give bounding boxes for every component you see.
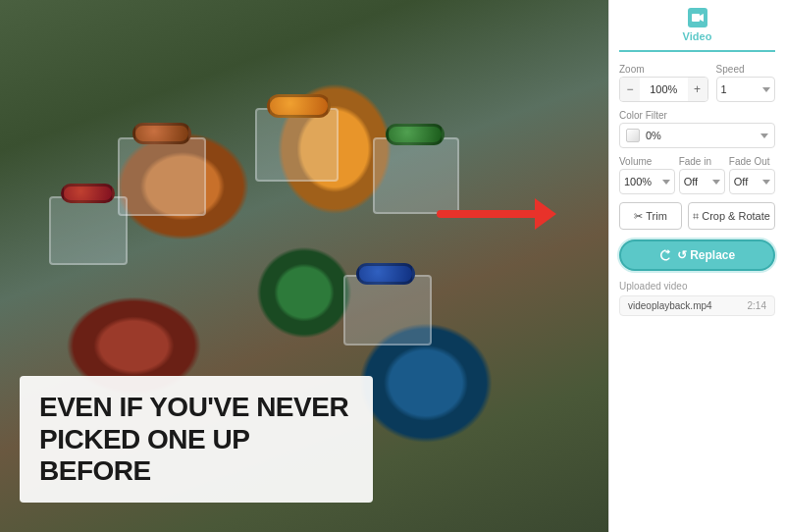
- trim-icon: ✂: [634, 210, 643, 223]
- svg-marker-1: [700, 14, 704, 22]
- color-filter-input[interactable]: 0%: [619, 123, 775, 148]
- video-tab-icon: [688, 8, 707, 27]
- trim-button[interactable]: ✂ Trim: [619, 202, 682, 230]
- arrow-head: [535, 198, 556, 230]
- volume-group: Volume 100% 75% 50% 25% 0%: [619, 156, 675, 194]
- cap-orange: [267, 94, 331, 118]
- svg-rect-0: [692, 14, 700, 22]
- video-tab-label: Video: [683, 30, 712, 42]
- fade-out-select[interactable]: Off On: [729, 169, 775, 194]
- zoom-label: Zoom: [619, 64, 708, 75]
- cap-red: [61, 184, 115, 203]
- speed-label: Speed: [716, 64, 775, 75]
- action-buttons-row: ✂ Trim ⌗ Crop & Rotate: [619, 202, 775, 230]
- fade-out-group: Fade Out Off On: [729, 156, 775, 194]
- zoom-input: − 100% +: [619, 77, 708, 102]
- crop-rotate-button[interactable]: ⌗ Crop & Rotate: [688, 202, 775, 230]
- color-swatch: [626, 129, 640, 142]
- file-duration: 2:14: [748, 300, 766, 311]
- cap-brown: [132, 123, 191, 144]
- volume-select[interactable]: 100% 75% 50% 25% 0%: [619, 169, 675, 194]
- cap-blue: [356, 263, 415, 285]
- uploaded-label: Uploaded video: [619, 281, 775, 292]
- zoom-increment-button[interactable]: +: [688, 77, 707, 102]
- video-tab[interactable]: Video: [619, 8, 775, 52]
- replace-icon: [659, 249, 672, 262]
- crop-label: Crop & Rotate: [702, 210, 770, 222]
- color-filter-value: 0%: [646, 130, 755, 141]
- fade-in-label: Fade in: [679, 156, 725, 167]
- color-filter-row: Color Filter 0%: [619, 110, 775, 148]
- overlay-text-box: EVEN IF YOU'VE NEVER PICKED ONE UP BEFOR…: [20, 376, 373, 503]
- video-area: EVEN IF YOU'VE NEVER PICKED ONE UP BEFOR…: [0, 0, 608, 532]
- cap-green: [386, 124, 445, 145]
- volume-label: Volume: [619, 156, 675, 167]
- zoom-group: Zoom − 100% +: [619, 64, 708, 102]
- jar-5: [343, 275, 432, 346]
- fade-in-select[interactable]: Off On: [679, 169, 725, 194]
- replace-button[interactable]: ↺ Replace: [619, 239, 775, 271]
- fade-in-group: Fade in Off On: [679, 156, 725, 194]
- jar-2: [255, 108, 339, 182]
- zoom-speed-row: Zoom − 100% + Speed 1 0.5 1.5 2: [619, 64, 775, 102]
- zoom-decrement-button[interactable]: −: [620, 77, 640, 102]
- speed-select[interactable]: 1 0.5 1.5 2: [716, 77, 775, 102]
- trim-label: Trim: [646, 210, 667, 222]
- zoom-value: 100%: [640, 83, 688, 95]
- replace-label: ↺ Replace: [677, 248, 735, 262]
- file-name: videoplayback.mp4: [628, 300, 712, 311]
- arrow-shaft: [437, 210, 535, 218]
- file-row: videoplayback.mp4 2:14: [619, 295, 775, 316]
- fade-out-label: Fade Out: [729, 156, 775, 167]
- speed-group: Speed 1 0.5 1.5 2: [716, 64, 775, 102]
- jar-4: [49, 196, 128, 265]
- color-filter-chevron-icon: [760, 133, 768, 138]
- color-filter-label: Color Filter: [619, 110, 775, 121]
- jar-1: [118, 137, 206, 216]
- overlay-text-content: EVEN IF YOU'VE NEVER PICKED ONE UP BEFOR…: [39, 392, 353, 487]
- volume-fade-row: Volume 100% 75% 50% 25% 0% Fade in Off O…: [619, 156, 775, 194]
- arrow: [437, 198, 556, 230]
- crop-icon: ⌗: [693, 210, 699, 223]
- main-content: EVEN IF YOU'VE NEVER PICKED ONE UP BEFOR…: [0, 0, 785, 532]
- right-panel: Video Zoom − 100% + Speed 1 0.5 1.5 2: [608, 0, 785, 532]
